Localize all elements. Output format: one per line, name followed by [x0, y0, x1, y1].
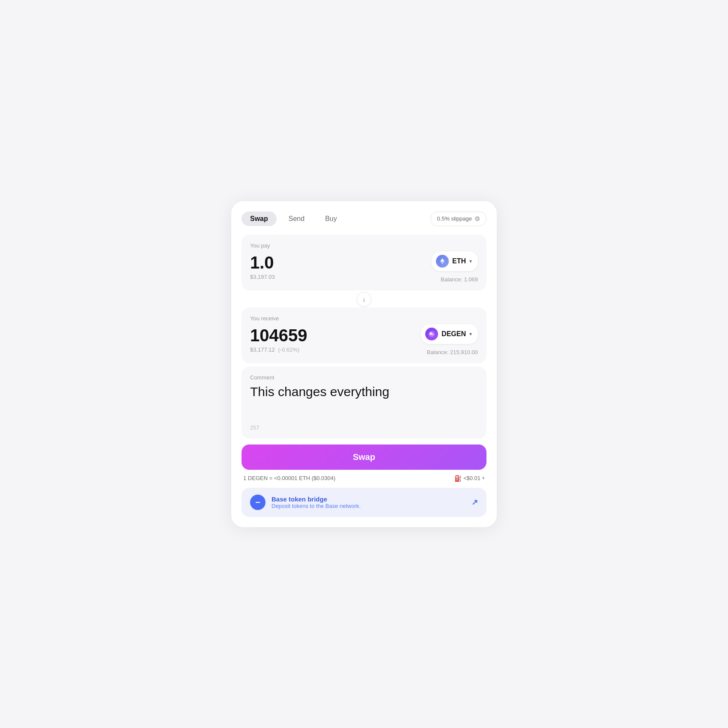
- receive-token-chevron: ▾: [469, 331, 472, 337]
- receive-token-name: DEGEN: [442, 330, 466, 338]
- slippage-label: 0.5% slippage: [437, 215, 472, 222]
- pay-usd: $3,197.03: [250, 274, 275, 280]
- bridge-icon-circle: −: [250, 495, 266, 510]
- pay-token-selector[interactable]: ETH ▾: [432, 251, 478, 271]
- swap-direction-button[interactable]: ↓: [357, 292, 371, 307]
- slippage-button[interactable]: 0.5% slippage ⚙: [430, 212, 486, 226]
- bridge-text: Base token bridge Deposit tokens to the …: [272, 495, 465, 509]
- tab-send[interactable]: Send: [280, 212, 313, 226]
- comment-char-count: 257: [250, 424, 478, 431]
- tab-buy[interactable]: Buy: [316, 212, 346, 226]
- svg-point-4: [432, 334, 433, 335]
- gas-value: <$0.01: [463, 475, 480, 481]
- tab-swap[interactable]: Swap: [242, 212, 277, 226]
- main-card: Swap Send Buy 0.5% slippage ⚙ You pay 1.…: [231, 201, 497, 527]
- gas-icon: ⛽: [454, 475, 462, 482]
- rate-text: 1 DEGEN = <0.00001 ETH ($0.0304): [243, 475, 335, 481]
- svg-marker-0: [440, 258, 445, 263]
- bridge-title: Base token bridge: [272, 495, 465, 503]
- receive-token-selector[interactable]: DEGEN ▾: [421, 324, 478, 344]
- comment-text: This changes everything: [250, 384, 478, 418]
- gear-icon: ⚙: [474, 215, 480, 223]
- gas-info[interactable]: ⛽ <$0.01 ▾: [454, 475, 485, 482]
- comment-panel: Comment This changes everything 257: [242, 367, 486, 439]
- receive-balance: Balance: 215,910.00: [427, 349, 478, 355]
- rate-row: 1 DEGEN = <0.00001 ETH ($0.0304) ⛽ <$0.0…: [242, 475, 486, 482]
- nav-bar: Swap Send Buy 0.5% slippage ⚙: [242, 212, 486, 226]
- receive-panel: You receive 104659 $3,177.12 (-0.62%): [242, 307, 486, 363]
- receive-usd: $3,177.12 (-0.62%): [250, 346, 307, 353]
- swap-direction-container: ↓: [242, 292, 486, 307]
- pay-token-name: ETH: [452, 257, 466, 265]
- pay-token-chevron: ▾: [469, 258, 472, 264]
- comment-label: Comment: [250, 374, 478, 381]
- swap-button[interactable]: Swap: [242, 445, 486, 470]
- pay-balance: Balance: 1.069: [441, 276, 478, 283]
- bridge-minus-icon: −: [255, 498, 260, 507]
- pay-panel: You pay 1.0 $3,197.03 ETH ▾ Balanc: [242, 235, 486, 290]
- bridge-subtitle: Deposit tokens to the Base network.: [272, 503, 465, 509]
- degen-token-icon: [425, 328, 438, 340]
- receive-usd-change: (-0.62%): [278, 346, 299, 353]
- eth-token-icon: [436, 255, 449, 268]
- pay-label: You pay: [250, 242, 478, 249]
- gas-chevron: ▾: [482, 475, 485, 481]
- bridge-arrow-icon: ↗: [471, 498, 478, 507]
- receive-amount: 104659: [250, 327, 307, 344]
- bridge-banner[interactable]: − Base token bridge Deposit tokens to th…: [242, 488, 486, 517]
- pay-amount: 1.0: [250, 254, 275, 271]
- receive-label: You receive: [250, 315, 478, 322]
